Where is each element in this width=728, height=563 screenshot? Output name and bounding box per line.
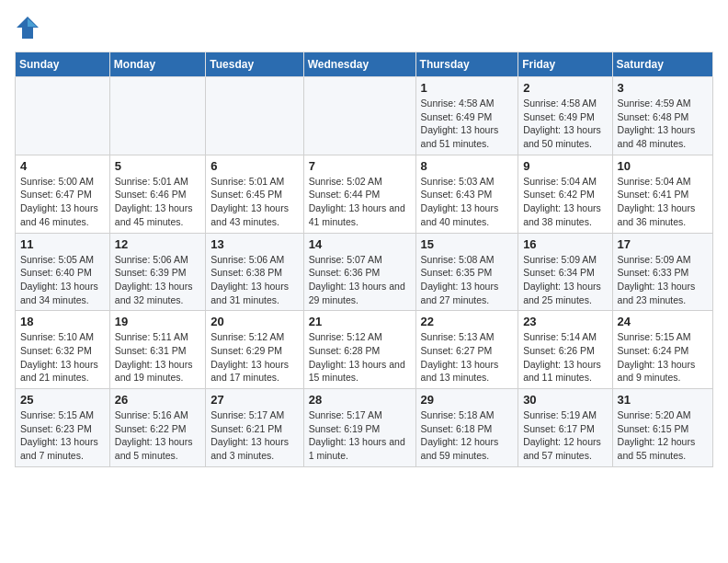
- calendar-day-cell: 23Sunrise: 5:14 AM Sunset: 6:26 PM Dayli…: [518, 311, 612, 389]
- day-number: 25: [20, 393, 105, 407]
- svg-marker-1: [28, 18, 37, 27]
- calendar-day-cell: 10Sunrise: 5:04 AM Sunset: 6:41 PM Dayli…: [612, 155, 712, 233]
- day-info: Sunrise: 5:07 AM Sunset: 6:36 PM Dayligh…: [309, 253, 411, 307]
- day-number: 3: [618, 81, 708, 95]
- calendar-week-row: 25Sunrise: 5:15 AM Sunset: 6:23 PM Dayli…: [16, 389, 713, 467]
- day-info: Sunrise: 5:00 AM Sunset: 6:47 PM Dayligh…: [20, 175, 105, 229]
- calendar-week-row: 11Sunrise: 5:05 AM Sunset: 6:40 PM Dayli…: [16, 233, 713, 311]
- day-info: Sunrise: 5:01 AM Sunset: 6:46 PM Dayligh…: [115, 175, 200, 229]
- day-info: Sunrise: 5:08 AM Sunset: 6:35 PM Dayligh…: [421, 253, 514, 307]
- day-info: Sunrise: 5:17 AM Sunset: 6:19 PM Dayligh…: [309, 408, 411, 463]
- weekday-header: Thursday: [415, 52, 518, 77]
- day-number: 23: [523, 315, 607, 328]
- day-info: Sunrise: 5:13 AM Sunset: 6:27 PM Dayligh…: [421, 330, 514, 385]
- day-number: 29: [421, 393, 514, 407]
- day-number: 2: [523, 81, 607, 95]
- day-info: Sunrise: 4:59 AM Sunset: 6:48 PM Dayligh…: [618, 97, 708, 151]
- calendar-day-cell: 8Sunrise: 5:03 AM Sunset: 6:43 PM Daylig…: [415, 155, 518, 233]
- calendar-day-cell: 14Sunrise: 5:07 AM Sunset: 6:36 PM Dayli…: [303, 233, 415, 311]
- weekday-header: Friday: [518, 52, 612, 77]
- calendar-week-row: 4Sunrise: 5:00 AM Sunset: 6:47 PM Daylig…: [16, 155, 713, 233]
- day-number: 6: [210, 159, 298, 173]
- header-row: SundayMondayTuesdayWednesdayThursdayFrid…: [16, 52, 713, 77]
- day-number: 5: [115, 159, 200, 173]
- day-info: Sunrise: 5:02 AM Sunset: 6:44 PM Dayligh…: [309, 175, 411, 229]
- day-number: 28: [309, 393, 411, 407]
- weekday-header: Tuesday: [206, 52, 303, 77]
- day-number: 13: [210, 237, 298, 251]
- calendar-day-cell: [16, 77, 110, 155]
- day-number: 22: [421, 315, 514, 328]
- page-header: [15, 15, 713, 40]
- calendar-day-cell: 16Sunrise: 5:09 AM Sunset: 6:34 PM Dayli…: [518, 233, 612, 311]
- day-info: Sunrise: 5:18 AM Sunset: 6:18 PM Dayligh…: [421, 408, 514, 463]
- calendar-week-row: 18Sunrise: 5:10 AM Sunset: 6:32 PM Dayli…: [16, 311, 713, 389]
- calendar-day-cell: 12Sunrise: 5:06 AM Sunset: 6:39 PM Dayli…: [109, 233, 205, 311]
- calendar-day-cell: 19Sunrise: 5:11 AM Sunset: 6:31 PM Dayli…: [109, 311, 205, 389]
- day-info: Sunrise: 5:06 AM Sunset: 6:39 PM Dayligh…: [115, 253, 200, 307]
- calendar-day-cell: 24Sunrise: 5:15 AM Sunset: 6:24 PM Dayli…: [612, 311, 712, 389]
- calendar-day-cell: 13Sunrise: 5:06 AM Sunset: 6:38 PM Dayli…: [206, 233, 303, 311]
- calendar-day-cell: 26Sunrise: 5:16 AM Sunset: 6:22 PM Dayli…: [109, 389, 205, 467]
- calendar-table: SundayMondayTuesdayWednesdayThursdayFrid…: [15, 52, 713, 467]
- calendar-day-cell: 9Sunrise: 5:04 AM Sunset: 6:42 PM Daylig…: [518, 155, 612, 233]
- day-info: Sunrise: 5:16 AM Sunset: 6:22 PM Dayligh…: [115, 408, 200, 463]
- day-number: 30: [523, 393, 607, 407]
- day-number: 20: [210, 315, 298, 328]
- day-info: Sunrise: 5:15 AM Sunset: 6:23 PM Dayligh…: [20, 408, 105, 463]
- weekday-header: Monday: [109, 52, 205, 77]
- day-number: 1: [421, 81, 514, 95]
- calendar-day-cell: 2Sunrise: 4:58 AM Sunset: 6:49 PM Daylig…: [518, 77, 612, 155]
- day-info: Sunrise: 5:17 AM Sunset: 6:21 PM Dayligh…: [210, 408, 298, 463]
- calendar-day-cell: 4Sunrise: 5:00 AM Sunset: 6:47 PM Daylig…: [16, 155, 110, 233]
- day-number: 8: [421, 159, 514, 173]
- calendar-day-cell: [303, 77, 415, 155]
- calendar-day-cell: 29Sunrise: 5:18 AM Sunset: 6:18 PM Dayli…: [415, 389, 518, 467]
- calendar-day-cell: 20Sunrise: 5:12 AM Sunset: 6:29 PM Dayli…: [206, 311, 303, 389]
- calendar-day-cell: 15Sunrise: 5:08 AM Sunset: 6:35 PM Dayli…: [415, 233, 518, 311]
- day-number: 19: [115, 315, 200, 328]
- calendar-day-cell: 21Sunrise: 5:12 AM Sunset: 6:28 PM Dayli…: [303, 311, 415, 389]
- calendar-week-row: 1Sunrise: 4:58 AM Sunset: 6:49 PM Daylig…: [16, 77, 713, 155]
- day-number: 14: [309, 237, 411, 251]
- calendar-day-cell: 31Sunrise: 5:20 AM Sunset: 6:15 PM Dayli…: [612, 389, 712, 467]
- day-info: Sunrise: 5:04 AM Sunset: 6:41 PM Dayligh…: [618, 175, 708, 229]
- day-info: Sunrise: 5:14 AM Sunset: 6:26 PM Dayligh…: [523, 330, 607, 385]
- day-info: Sunrise: 5:06 AM Sunset: 6:38 PM Dayligh…: [210, 253, 298, 307]
- day-info: Sunrise: 5:15 AM Sunset: 6:24 PM Dayligh…: [618, 330, 708, 385]
- day-info: Sunrise: 5:12 AM Sunset: 6:29 PM Dayligh…: [210, 330, 298, 385]
- calendar-day-cell: [206, 77, 303, 155]
- day-info: Sunrise: 4:58 AM Sunset: 6:49 PM Dayligh…: [421, 97, 514, 151]
- day-number: 10: [618, 159, 708, 173]
- calendar-day-cell: [109, 77, 205, 155]
- weekday-header: Sunday: [16, 52, 110, 77]
- weekday-header: Saturday: [612, 52, 712, 77]
- day-number: 9: [523, 159, 607, 173]
- calendar-day-cell: 7Sunrise: 5:02 AM Sunset: 6:44 PM Daylig…: [303, 155, 415, 233]
- logo-icon: [15, 15, 40, 40]
- calendar-day-cell: 11Sunrise: 5:05 AM Sunset: 6:40 PM Dayli…: [16, 233, 110, 311]
- day-number: 21: [309, 315, 411, 328]
- day-info: Sunrise: 5:09 AM Sunset: 6:33 PM Dayligh…: [618, 253, 708, 307]
- day-info: Sunrise: 5:20 AM Sunset: 6:15 PM Dayligh…: [618, 408, 708, 463]
- day-info: Sunrise: 5:12 AM Sunset: 6:28 PM Dayligh…: [309, 330, 411, 385]
- day-number: 11: [20, 237, 105, 251]
- day-number: 18: [20, 315, 105, 328]
- day-info: Sunrise: 5:19 AM Sunset: 6:17 PM Dayligh…: [523, 408, 607, 463]
- day-info: Sunrise: 5:01 AM Sunset: 6:45 PM Dayligh…: [210, 175, 298, 229]
- day-info: Sunrise: 5:04 AM Sunset: 6:42 PM Dayligh…: [523, 175, 607, 229]
- day-number: 4: [20, 159, 105, 173]
- calendar-day-cell: 27Sunrise: 5:17 AM Sunset: 6:21 PM Dayli…: [206, 389, 303, 467]
- day-number: 17: [618, 237, 708, 251]
- day-info: Sunrise: 5:09 AM Sunset: 6:34 PM Dayligh…: [523, 253, 607, 307]
- day-number: 27: [210, 393, 298, 407]
- calendar-day-cell: 25Sunrise: 5:15 AM Sunset: 6:23 PM Dayli…: [16, 389, 110, 467]
- day-number: 7: [309, 159, 411, 173]
- day-info: Sunrise: 5:05 AM Sunset: 6:40 PM Dayligh…: [20, 253, 105, 307]
- day-info: Sunrise: 4:58 AM Sunset: 6:49 PM Dayligh…: [523, 97, 607, 151]
- day-number: 16: [523, 237, 607, 251]
- day-number: 31: [618, 393, 708, 407]
- logo: [15, 15, 44, 40]
- calendar-day-cell: 22Sunrise: 5:13 AM Sunset: 6:27 PM Dayli…: [415, 311, 518, 389]
- day-info: Sunrise: 5:03 AM Sunset: 6:43 PM Dayligh…: [421, 175, 514, 229]
